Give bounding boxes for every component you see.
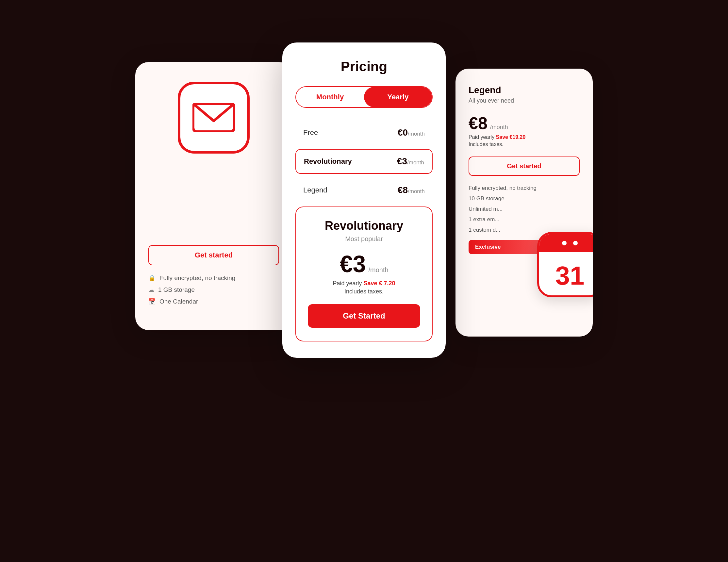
calendar-dot-right (573, 241, 578, 245)
plan-detail-big-price: €3 (339, 251, 366, 277)
plan-detail-cta-button[interactable]: Get Started (308, 304, 420, 328)
right-price-per-month: /month (490, 124, 508, 131)
lock-icon: 🔒 (148, 274, 156, 282)
cloud-icon: ☁ (148, 286, 154, 293)
mail-icon-wrapper (178, 82, 250, 154)
plan-detail-title: Revolutionary (308, 219, 420, 233)
yearly-toggle-button[interactable]: Yearly (364, 87, 432, 107)
calendar-day-number: 31 (555, 263, 585, 289)
free-plan-price: €0/month (398, 127, 425, 138)
right-price-note2: Includes taxes. (469, 141, 580, 147)
right-price-note: Paid yearly Save €19.20 (469, 134, 580, 140)
right-price-amount: €8 (469, 113, 488, 133)
calendar-icon-wrapper: 31 (537, 232, 593, 297)
right-get-started-button[interactable]: Get started (469, 157, 580, 176)
left-feature-list: 🔒 Fully encrypted, no tracking ☁ 1 GB st… (148, 274, 279, 305)
left-card-footer: Get started 🔒 Fully encrypted, no tracki… (148, 245, 279, 305)
center-pricing-card: Pricing Monthly Yearly Free €0/month Rev… (282, 42, 446, 358)
feature-text: 1 custom d... (469, 227, 500, 233)
plan-detail-note2: Includes taxes. (308, 288, 420, 295)
list-item: ☁ 1 GB storage (148, 286, 279, 293)
legend-plan-price: €8/month (398, 185, 425, 195)
list-item: 10 GB storage (469, 195, 580, 202)
right-feature-list: Fully encrypted, no tracking 10 GB stora… (469, 185, 580, 233)
feature-text: 1 GB storage (158, 286, 195, 293)
revolutionary-plan-price: €3/month (397, 156, 424, 167)
right-card: Legend All you ever need €8 /month Paid … (455, 69, 593, 337)
plan-detail-subtitle: Most popular (308, 235, 420, 243)
feature-text: Unlimited m... (469, 206, 503, 212)
revolutionary-plan-name: Revolutionary (304, 157, 352, 166)
legend-plan-row[interactable]: Legend €8/month (295, 178, 433, 202)
feature-text: Fully encrypted, no tracking (159, 274, 235, 282)
billing-toggle[interactable]: Monthly Yearly (295, 86, 433, 108)
right-price-large: €8 /month (469, 113, 580, 133)
pricing-title: Pricing (295, 59, 433, 74)
feature-text: One Calendar (159, 298, 198, 305)
plan-detail-per-month: /month (368, 266, 388, 274)
legend-plan-name: Legend (303, 186, 327, 194)
plan-detail-note1: Paid yearly Save € 7.20 (308, 280, 420, 287)
list-item: Fully encrypted, no tracking (469, 185, 580, 191)
list-item: 🔒 Fully encrypted, no tracking (148, 274, 279, 282)
plan-detail-price-row: €3 /month (308, 251, 420, 277)
list-item: 📅 One Calendar (148, 298, 279, 305)
mail-icon (192, 103, 235, 132)
free-plan-name: Free (303, 128, 318, 137)
right-card-title: Legend (469, 85, 580, 95)
right-card-subtitle: All you ever need (469, 97, 580, 104)
revolutionary-plan-row[interactable]: Revolutionary €3/month (295, 149, 433, 174)
feature-text: 1 extra em... (469, 216, 499, 223)
list-item: 1 extra em... (469, 216, 580, 223)
calendar-dot-left (562, 241, 567, 245)
free-plan-row[interactable]: Free €0/month (295, 121, 433, 144)
monthly-toggle-button[interactable]: Monthly (296, 87, 364, 107)
left-card: Get started 🔒 Fully encrypted, no tracki… (135, 62, 292, 330)
list-item: Unlimited m... (469, 206, 580, 212)
plan-detail-card: Revolutionary Most popular €3 /month Pai… (295, 207, 433, 341)
calendar-top-bar (539, 234, 593, 252)
calendar-icon: 📅 (148, 298, 156, 305)
left-get-started-button[interactable]: Get started (148, 245, 279, 265)
feature-text: Fully encrypted, no tracking (469, 185, 537, 191)
feature-text: 10 GB storage (469, 195, 505, 202)
